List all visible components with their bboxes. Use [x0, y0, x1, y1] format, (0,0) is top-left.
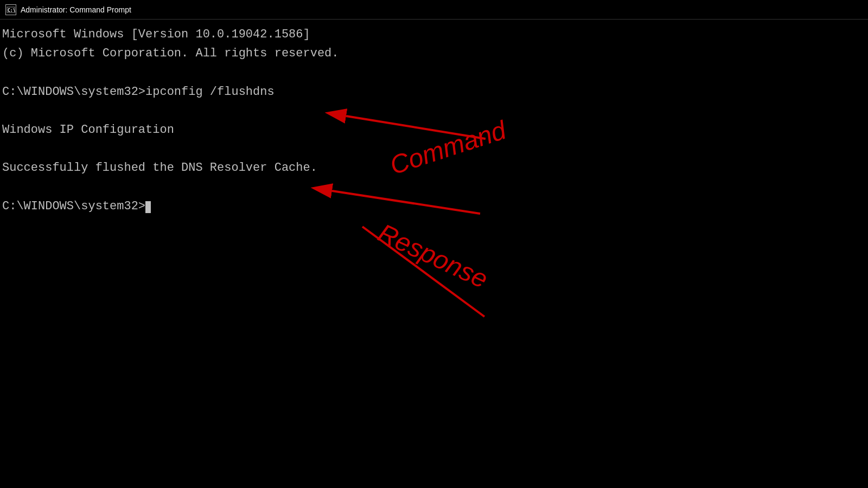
- terminal-blank-2: [2, 101, 866, 120]
- terminal-line-1: Microsoft Windows [Version 10.0.19042.15…: [2, 25, 866, 44]
- terminal-line-2: (c) Microsoft Corporation. All rights re…: [2, 44, 866, 63]
- cmd-icon: C:\: [5, 4, 16, 15]
- terminal-blank-1: [2, 63, 866, 82]
- terminal-line-4: C:\WINDOWS\system32>ipconfig /flushdns: [2, 82, 866, 101]
- titlebar: C:\ Administrator: Command Prompt: [0, 0, 868, 20]
- terminal: Microsoft Windows [Version 10.0.19042.15…: [0, 20, 868, 488]
- terminal-line-10: C:\WINDOWS\system32>: [2, 197, 866, 216]
- cursor: [145, 201, 151, 213]
- response-label: Response: [374, 218, 492, 293]
- terminal-line-6: Windows IP Configuration: [2, 120, 866, 139]
- terminal-blank-4: [2, 178, 866, 197]
- titlebar-title: Administrator: Command Prompt: [21, 5, 131, 14]
- terminal-line-8: Successfully flushed the DNS Resolver Ca…: [2, 158, 866, 177]
- svg-text:C:\: C:\: [8, 8, 16, 13]
- terminal-blank-3: [2, 139, 866, 158]
- response-arrow-bottom: [362, 227, 484, 317]
